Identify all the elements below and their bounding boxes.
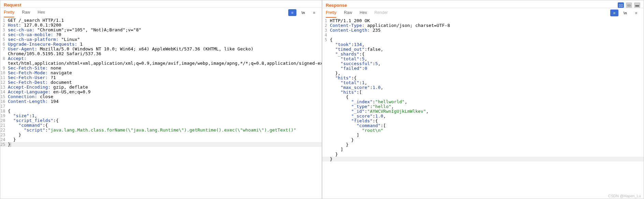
line-number [322,142,329,147]
line-number [0,51,7,56]
line-content: } [329,138,644,142]
line-content: } [329,142,644,147]
line-number [322,71,329,76]
line-number: 2 [322,23,329,28]
code-line: 23 } [0,133,322,137]
line-number: 14 [0,90,7,94]
code-line: 8Accept: [0,56,322,61]
tab-hex[interactable]: Hex [38,8,45,17]
line-content: "took":134, [329,42,644,47]
line-content: Content-Length: 194 [7,99,322,104]
line-number: 22 [0,128,7,133]
line-number: 12 [0,80,7,85]
line-number: 1 [322,18,329,23]
line-content: Content-Length: 235 [329,28,644,33]
request-code[interactable]: 1GET /_search HTTP/1.12Host: 127.0.0.1:9… [0,17,322,199]
line-content: "command":[ [329,123,644,128]
code-line: 4 [322,33,644,37]
code-line: 6Upgrade-Insecure-Requests: 1 [0,42,322,47]
code-line: 21 "command":{ [0,123,322,128]
tab-raw[interactable]: Raw [344,8,352,18]
wrap-icon[interactable]: ≡ [288,9,296,16]
code-line: "hits":[ [322,90,644,95]
line-content: "_type":"hello", [329,104,644,109]
response-tabs: PrettyRawHexRender [326,8,388,18]
line-number [322,133,329,138]
line-number [322,138,329,142]
line-content: } [7,133,322,137]
line-content: "size":1, [7,113,322,118]
line-content: Upgrade-Insecure-Requests: 1 [7,42,322,47]
code-line: "failed":0 [322,66,644,71]
hamburger-icon[interactable]: ≡ [632,10,640,16]
code-line: 4sec-ch-ua-mobile: ?0 [0,32,322,37]
code-line: "_shards":{ [322,52,644,57]
code-line: 24 } [0,137,322,142]
code-line: 2Content-Type: application/json; charset… [322,23,644,28]
line-number [322,109,329,114]
line-content: Sec-Fetch-Mode: navigate [7,71,322,75]
tab-pretty[interactable]: Pretty [4,8,14,17]
code-line: 15Connection: close [0,94,322,99]
layout-split-h-icon[interactable]: ▭ [626,2,632,8]
tab-hex[interactable]: Hex [360,8,367,18]
line-number [322,90,329,95]
line-content: Accept-Language: en-US,en;q=0.9 [7,90,322,94]
response-panel: Response ▯▯ ▭ ▬ PrettyRawHexRender ≡ \n … [322,0,644,199]
tab-raw[interactable]: Raw [22,8,30,17]
line-number [322,123,329,128]
request-panel: Request PrettyRawHex ≡ \n ≡ 1GET /_searc… [0,0,322,199]
code-line: 18{ [0,109,322,113]
line-content: Accept-Encoding: gzip, deflate [7,85,322,90]
newline-icon[interactable]: \n [621,10,629,16]
code-line: 5{ [322,37,644,42]
code-line: 13Accept-Encoding: gzip, deflate [0,85,322,90]
line-number [322,128,329,133]
code-line: 14Accept-Language: en-US,en;q=0.9 [0,90,322,94]
line-number: 19 [0,113,7,118]
line-content: "command":{ [7,123,322,128]
code-line: 25} [0,142,322,147]
line-number: 8 [0,56,7,61]
line-number [322,104,329,109]
code-line: }, [322,71,644,76]
line-number [322,95,329,99]
line-content: "timed_out":false, [329,47,644,52]
line-number [322,47,329,52]
code-line: 9Sec-Fetch-Site: none [0,66,322,71]
line-content: GET /_search HTTP/1.1 [7,18,322,23]
line-content: "total":1, [329,80,644,85]
code-line: 22 "script":"java.lang.Math.class.forNam… [0,128,322,133]
request-header: Request [0,0,322,8]
line-content: "hits":{ [329,76,644,80]
line-number [322,157,329,162]
line-number [322,61,329,66]
code-line: ] [322,133,644,138]
code-line: } [322,138,644,142]
layout-split-v-icon[interactable]: ▯▯ [618,2,624,8]
code-line: "hits":{ [322,76,644,80]
line-content: Connection: close [7,94,322,99]
hamburger-icon[interactable]: ≡ [310,9,318,16]
line-number: 21 [0,123,7,128]
code-line: "root\n" [322,128,644,133]
response-code[interactable]: 1HTTP/1.1 200 OK2Content-Type: applicati… [322,18,644,199]
code-line: 17 [0,104,322,109]
line-content: } [7,137,322,142]
wrap-icon[interactable]: ≡ [610,10,618,16]
line-content: } [329,157,644,162]
line-content: { [329,37,644,42]
code-line: } [322,157,644,162]
line-content: "total":5, [329,57,644,61]
newline-icon[interactable]: \n [299,9,307,16]
tab-pretty[interactable]: Pretty [326,8,336,18]
line-content: "_shards":{ [329,52,644,57]
code-line: 3Content-Length: 235 [322,28,644,33]
code-line: 2Host: 127.0.0.1:9200 [0,23,322,28]
line-content: sec-ch-ua-mobile: ?0 [7,32,322,37]
line-number: 11 [0,75,7,80]
layout-icons: ▯▯ ▭ ▬ [618,2,640,8]
layout-single-icon[interactable]: ▬ [634,2,640,8]
line-number: 3 [322,28,329,33]
tab-render[interactable]: Render [375,8,388,18]
